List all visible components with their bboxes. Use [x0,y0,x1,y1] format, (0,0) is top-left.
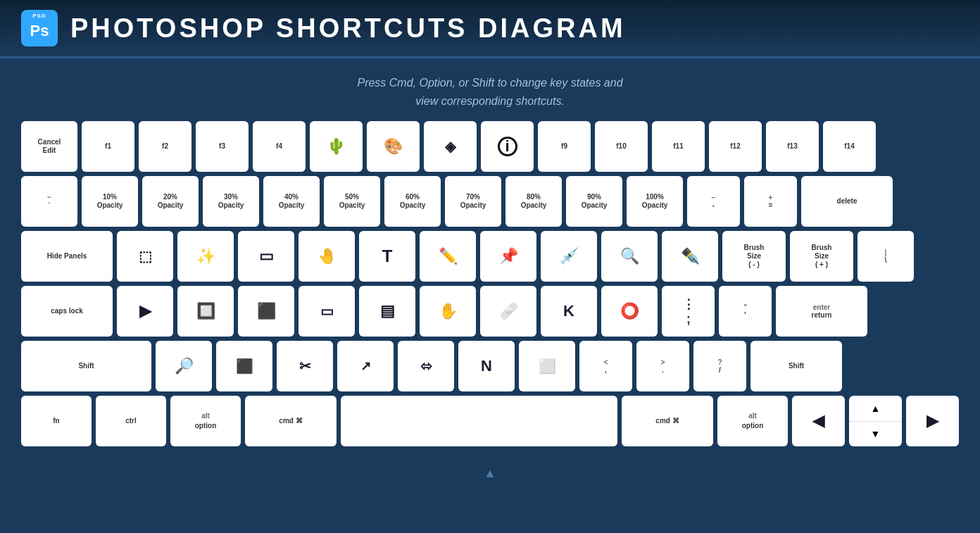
key-f9[interactable]: f9 [538,121,591,172]
key-q[interactable]: ⬚ [117,231,173,282]
key-h[interactable]: ✋ [420,286,476,337]
key-equals[interactable]: + = [744,176,797,227]
key-d[interactable]: ⬛ [238,286,294,337]
footer-icon: ▲ [484,466,496,480]
tab-row: Hide Panels ⬚ ✨ ▭ 🤚 T ✏️ 📌 💉 [21,231,959,282]
key-2[interactable]: 20%Opacity [142,176,199,227]
key-c[interactable]: ✂ [277,341,333,391]
key-p[interactable]: ✒️ [662,231,718,282]
key-tilde[interactable]: ~ ` [21,176,77,227]
header: PSD Ps PHOTOSHOP SHORTCUTS DIAGRAM [0,0,980,58]
key-f14[interactable]: f14 [823,121,876,172]
key-arrow-up[interactable]: ▲ [849,396,902,422]
f5-icon: 🌵 [327,139,346,154]
key-f13[interactable]: f13 [766,121,819,172]
key-delete[interactable]: delete [801,176,893,227]
key-a[interactable]: ▶ [117,286,173,337]
key-g[interactable]: ▤ [359,286,415,337]
key-quote[interactable]: " ' [719,286,772,337]
key-bracket-open[interactable]: BrushSize( - ) [722,231,786,282]
key-6[interactable]: 60%Opacity [384,176,441,227]
key-backslash[interactable]: | \ [857,231,914,282]
key-f6[interactable]: 🎨 [367,121,420,172]
footer: ▲ [0,460,980,487]
key-9[interactable]: 90%Opacity [566,176,622,227]
key-l[interactable]: ⭕ [601,286,658,337]
key-semicolon[interactable]: ⋮; [662,286,715,337]
key-fn[interactable]: fn [21,396,92,446]
key-z[interactable]: 🔎 [156,341,212,391]
key-f4[interactable]: f4 [253,121,306,172]
key-caps-lock[interactable]: caps lock [21,286,113,337]
asdf-row: caps lock ▶ 🔲 ⬛ ▭ ▤ ✋ 🩹 K [21,286,959,337]
key-m[interactable]: ⬜ [519,341,575,391]
modifier-row: fn ctrl alt option cmd ⌘ cmd ⌘ alt optio… [21,396,959,446]
key-minus[interactable]: − - [687,176,740,227]
key-shift-left[interactable]: Shift [21,341,151,391]
key-y[interactable]: ✏️ [420,231,476,282]
key-ctrl[interactable]: ctrl [96,396,166,446]
key-0[interactable]: 100%Opacity [627,176,683,227]
key-3[interactable]: 30%Opacity [203,176,259,227]
key-8[interactable]: 80%Opacity [505,176,562,227]
key-f10[interactable]: f10 [595,121,648,172]
key-bracket-close[interactable]: BrushSize( + ) [790,231,853,282]
key-j[interactable]: 🩹 [480,286,536,337]
key-5[interactable]: 50%Opacity [324,176,380,227]
key-x[interactable]: ⬛ [216,341,272,391]
key-f2[interactable]: f2 [139,121,191,172]
number-row: ~ ` 10%Opacity 20%Opacity 30%Opacity 40%… [21,176,959,227]
key-arrow-down[interactable]: ▼ [849,422,902,447]
key-hide-panels[interactable]: Hide Panels [21,231,113,282]
subtitle-line2: view corresponding shortcuts. [0,92,980,111]
key-n[interactable]: N [458,341,515,391]
key-f3[interactable]: f3 [196,121,249,172]
key-enter[interactable]: enter return [776,286,867,337]
subtitle-line1: Press Cmd, Option, or Shift to change ke… [0,74,980,92]
ps-text: Ps [30,22,49,40]
key-s[interactable]: 🔲 [177,286,234,337]
f7-icon: ◈ [445,139,456,153]
key-f8[interactable]: i [481,121,534,172]
key-alt-right[interactable]: alt option [717,396,788,446]
key-t[interactable]: T [359,231,415,282]
key-arrow-left[interactable]: ◀ [792,396,845,446]
subtitle-area: Press Cmd, Option, or Shift to change ke… [0,58,980,121]
function-row: CancelEdit f1 f2 f3 f4 🌵 🎨 ◈ i f9 f10 f1… [21,121,959,172]
key-period[interactable]: > . [636,341,689,391]
key-comma[interactable]: < , [579,341,632,391]
key-arrow-right[interactable]: ▶ [906,396,959,446]
f6-icon: 🎨 [384,139,403,154]
psd-label: PSD [32,13,46,19]
key-b[interactable]: ⬄ [398,341,454,391]
key-e[interactable]: ▭ [238,231,294,282]
key-v[interactable]: ↗ [337,341,394,391]
key-i[interactable]: 💉 [541,231,597,282]
key-cmd-left[interactable]: cmd ⌘ [245,396,337,446]
key-f[interactable]: ▭ [299,286,355,337]
key-alt-left[interactable]: alt option [170,396,241,446]
shift-row: Shift 🔎 ⬛ ✂ ↗ ⬄ N ⬜ < , [21,341,959,391]
key-r[interactable]: 🤚 [299,231,355,282]
key-slash[interactable]: ? / [693,341,746,391]
key-1[interactable]: 10%Opacity [82,176,138,227]
header-title: PHOTOSHOP SHORTCUTS DIAGRAM [70,13,626,44]
key-o[interactable]: 🔍 [601,231,658,282]
key-w[interactable]: ✨ [177,231,234,282]
key-f12[interactable]: f12 [709,121,762,172]
key-f5[interactable]: 🌵 [310,121,363,172]
key-space[interactable] [341,396,617,446]
key-f7[interactable]: ◈ [424,121,477,172]
keyboard-area: CancelEdit f1 f2 f3 f4 🌵 🎨 ◈ i f9 f10 f1… [0,121,980,460]
key-u[interactable]: 📌 [480,231,536,282]
key-k[interactable]: K [541,286,597,337]
key-cmd-right[interactable]: cmd ⌘ [622,396,713,446]
key-4[interactable]: 40%Opacity [263,176,320,227]
key-f1[interactable]: f1 [82,121,134,172]
key-arrow-updown: ▲ ▼ [849,396,902,446]
key-7[interactable]: 70%Opacity [445,176,501,227]
key-shift-right[interactable]: Shift [750,341,842,391]
key-f11[interactable]: f11 [652,121,705,172]
f8-icon: i [498,137,517,156]
key-cancel-edit[interactable]: CancelEdit [21,121,77,172]
